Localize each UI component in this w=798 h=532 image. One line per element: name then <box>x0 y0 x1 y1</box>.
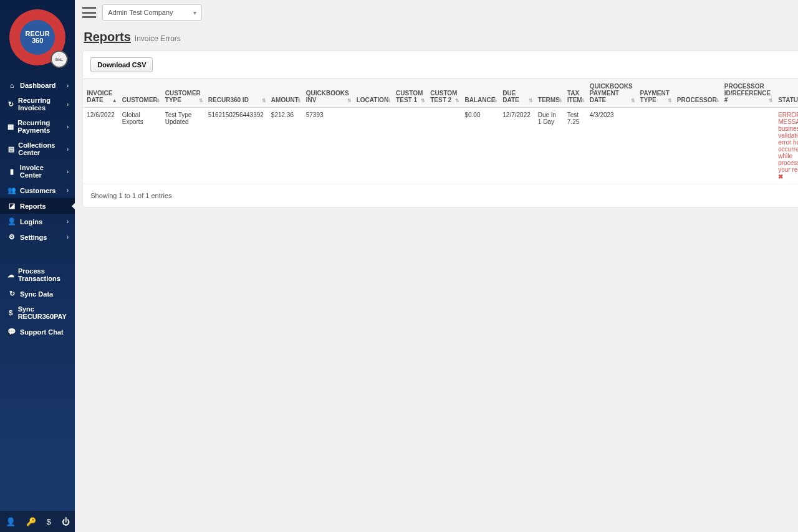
cell <box>673 108 721 184</box>
cell: Test Type Updated <box>161 108 204 184</box>
nav-icon: ↻ <box>7 290 16 298</box>
nav-label: Reports <box>20 202 46 210</box>
logo-text-2: 360 <box>32 37 43 44</box>
cell: 12/6/2022 <box>83 108 118 184</box>
download-csv-button[interactable]: Download CSV <box>90 57 153 72</box>
main: Admin Test Company JOE THOMPSON NEW + Re… <box>75 0 798 532</box>
hamburger-icon[interactable] <box>82 7 96 18</box>
report-card: Download CSV Search: INVOICE DATE▲CUSTOM… <box>82 50 798 207</box>
sort-icon: ⇅ <box>529 98 533 103</box>
nav-label: Invoice Center <box>20 164 67 179</box>
key-icon[interactable]: 🔑 <box>26 517 36 526</box>
sidebar-item-recurring-payments[interactable]: ▦Recurring Payments› <box>0 115 75 138</box>
nav-icon: 👤 <box>7 217 16 226</box>
col-header[interactable]: CUSTOM TEST 2⇅ <box>426 79 461 108</box>
company-select[interactable]: Admin Test Company <box>102 4 202 21</box>
sidebar-item-invoice-center[interactable]: ▮Invoice Center› <box>0 160 75 183</box>
nav-label: Support Chat <box>20 328 64 336</box>
nav-icon: ⚙ <box>7 233 16 241</box>
col-header[interactable]: PAYMENT TYPE⇅ <box>637 79 673 108</box>
cell <box>353 108 392 184</box>
sidebar-item-collections-center[interactable]: ▤Collections Center› <box>0 138 75 160</box>
company-select-value: Admin Test Company <box>108 9 173 16</box>
col-header[interactable]: CUSTOMER TYPE⇅ <box>161 79 204 108</box>
report-table: INVOICE DATE▲CUSTOMER⇅CUSTOMER TYPE⇅RECU… <box>83 78 798 184</box>
topbar: Admin Test Company JOE THOMPSON NEW + <box>75 0 798 25</box>
cell: $212.36 <box>267 108 302 184</box>
cell: Test 7.25 <box>564 108 586 184</box>
chevron-right-icon: › <box>67 146 69 153</box>
nav-icon: ⌂ <box>7 82 16 89</box>
dismiss-error-icon[interactable]: ✖ <box>778 173 783 180</box>
sort-icon: ⇅ <box>455 98 459 103</box>
sort-icon: ⇅ <box>769 98 773 103</box>
nav-icon: 💬 <box>7 328 16 336</box>
col-header[interactable]: STATUS⇅ <box>774 79 798 108</box>
nav-icon: ▤ <box>7 145 14 153</box>
table-scroll[interactable]: INVOICE DATE▲CUSTOMER⇅CUSTOMER TYPE⇅RECU… <box>83 78 798 184</box>
sidebar-item-dashboard[interactable]: ⌂Dashboard› <box>0 78 75 93</box>
cell: 4/3/2023 <box>586 108 637 184</box>
cell: 5162150256443392 <box>204 108 267 184</box>
sort-icon: ⇅ <box>715 98 719 103</box>
nav-label: Logins <box>20 218 42 226</box>
cell: 12/7/2022 <box>499 108 534 184</box>
chevron-right-icon: › <box>67 187 69 194</box>
sort-icon: ⇅ <box>580 98 585 103</box>
col-header[interactable]: QUICKBOOKS INV⇅ <box>302 79 353 108</box>
sidebar-item-recurring-invoices[interactable]: ↻Recurring Invoices› <box>0 93 75 115</box>
sort-icon: ⇅ <box>421 98 425 103</box>
col-header[interactable]: PROCESSOR ID/REFERENCE #⇅ <box>721 79 774 108</box>
col-header[interactable]: TAX ITEM⇅ <box>564 79 586 108</box>
logo: RECUR 360 Inc. <box>0 0 75 72</box>
sort-icon: ⇅ <box>493 98 498 103</box>
cell: $0.00 <box>461 108 499 184</box>
sidebar-item-sync-data[interactable]: ↻Sync Data <box>0 286 75 302</box>
chevron-right-icon: › <box>67 168 69 175</box>
col-header[interactable]: BALANCE⇅ <box>461 79 499 108</box>
chevron-right-icon: › <box>67 234 69 240</box>
dollar-icon[interactable]: $ <box>47 517 51 526</box>
status-cell: ERROR MESSAGE:A business validation erro… <box>774 108 798 184</box>
user-icon[interactable]: 👤 <box>6 517 16 526</box>
col-header[interactable]: INVOICE DATE▲ <box>83 79 118 108</box>
col-header[interactable]: QUICKBOOKS PAYMENT DATE⇅ <box>586 79 637 108</box>
col-header[interactable]: CUSTOMER⇅ <box>118 79 161 108</box>
cell <box>392 108 426 184</box>
sort-icon: ⇅ <box>558 98 562 103</box>
cell: Global Exports <box>118 108 161 184</box>
col-header[interactable]: DUE DATE⇅ <box>499 79 534 108</box>
cell: 57393 <box>302 108 353 184</box>
cell <box>426 108 461 184</box>
sidebar-item-process-transactions[interactable]: ☁Process Transactions <box>0 264 75 286</box>
nav-icon: ▦ <box>7 123 14 131</box>
col-header[interactable]: AMOUNT⇅ <box>267 79 302 108</box>
page-subtitle: Invoice Errors <box>135 34 181 43</box>
sidebar-item-settings[interactable]: ⚙Settings› <box>0 229 75 245</box>
table-row: 12/6/2022Global ExportsTest Type Updated… <box>83 108 798 184</box>
nav-icon: ↻ <box>7 100 14 108</box>
nav-icon: 👥 <box>7 186 16 194</box>
sidebar-item-reports[interactable]: ◪Reports <box>0 198 75 214</box>
sort-icon: ▲ <box>112 98 117 103</box>
sidebar-item-logins[interactable]: 👤Logins› <box>0 214 75 229</box>
main-nav: ⌂Dashboard›↻Recurring Invoices›▦Recurrin… <box>0 78 75 245</box>
sidebar-item-customers[interactable]: 👥Customers› <box>0 183 75 198</box>
col-header[interactable]: LOCATION⇅ <box>353 79 392 108</box>
col-header[interactable]: CUSTOM TEST 1⇅ <box>392 79 426 108</box>
sort-icon: ⇅ <box>297 98 301 103</box>
sidebar-item-sync-recur360pay[interactable]: $Sync RECUR360PAY <box>0 302 75 324</box>
chevron-right-icon: › <box>67 101 69 108</box>
col-header[interactable]: PROCESSOR⇅ <box>673 79 721 108</box>
page-head: Reports Invoice Errors <box>75 25 798 44</box>
power-icon[interactable]: ⏻ <box>62 517 70 526</box>
sidebar: RECUR 360 Inc. ⌂Dashboard›↻Recurring Inv… <box>0 0 75 532</box>
nav-icon: ▮ <box>7 168 16 176</box>
col-header[interactable]: RECUR360 ID⇅ <box>204 79 267 108</box>
nav-label: Customers <box>20 187 55 194</box>
sidebar-item-support-chat[interactable]: 💬Support Chat <box>0 324 75 340</box>
sort-icon: ⇅ <box>262 98 266 103</box>
bottom-bar: 👤 🔑 $ ⏻ <box>0 511 75 532</box>
sort-icon: ⇅ <box>631 98 635 103</box>
col-header[interactable]: TERMS⇅ <box>534 79 564 108</box>
